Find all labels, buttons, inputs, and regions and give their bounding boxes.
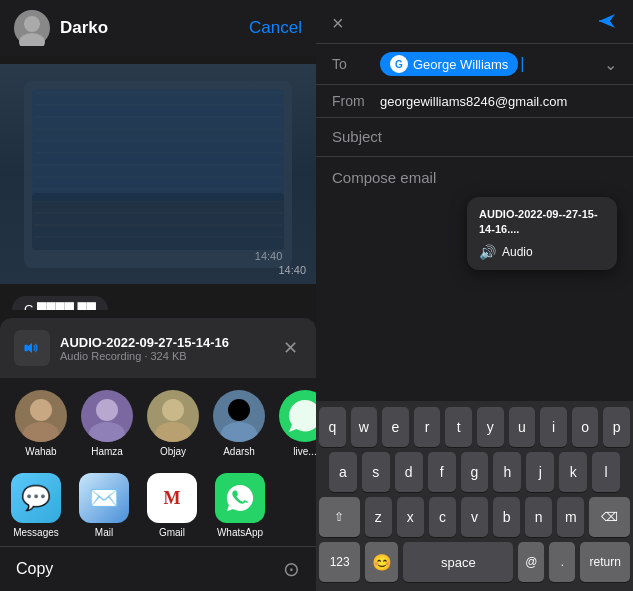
key-n[interactable]: n (525, 497, 552, 537)
svg-point-5 (96, 399, 118, 421)
whatsapp-app-label: WhatsApp (217, 527, 263, 538)
key-v[interactable]: v (461, 497, 488, 537)
key-i[interactable]: i (540, 407, 567, 447)
key-s[interactable]: s (362, 452, 390, 492)
at-key[interactable]: @ (518, 542, 544, 582)
key-t[interactable]: t (445, 407, 472, 447)
key-b[interactable]: b (493, 497, 520, 537)
key-u[interactable]: u (509, 407, 536, 447)
avatar (147, 390, 199, 442)
key-p[interactable]: p (603, 407, 630, 447)
period-key[interactable]: . (549, 542, 575, 582)
gmail-app-icon: M (147, 473, 197, 523)
received-bubble: C ████ ██ (12, 296, 108, 310)
key-g[interactable]: g (461, 452, 489, 492)
email-header: × (316, 0, 633, 44)
key-h[interactable]: h (493, 452, 521, 492)
whatsapp-app-icon (215, 473, 265, 523)
key-d[interactable]: d (395, 452, 423, 492)
audio-icon: 🔊 (479, 244, 496, 260)
key-z[interactable]: z (365, 497, 392, 537)
avatar (81, 390, 133, 442)
emoji-key[interactable]: 😊 (365, 542, 398, 582)
video-inner (24, 81, 293, 268)
avatar (213, 390, 265, 442)
attachment-type-label: Audio (502, 245, 533, 259)
video-thumbnail: 14:40 (0, 64, 316, 284)
chat-header: Darko Cancel (0, 0, 316, 56)
attachment-title: AUDIO-2022-09--27-15-14-16.... (479, 207, 605, 238)
to-cursor: | (520, 55, 524, 73)
key-r[interactable]: r (414, 407, 441, 447)
numbers-key[interactable]: 123 (319, 542, 360, 582)
keyboard-row-1: q w e r t y u i o p (319, 407, 630, 447)
gmail-app-label: Gmail (159, 527, 185, 538)
cancel-button[interactable]: Cancel (249, 18, 302, 38)
svg-point-7 (162, 399, 184, 421)
keyboard-row-3: ⇧ z x c v b n m ⌫ (319, 497, 630, 537)
svg-point-9 (228, 399, 250, 421)
more-icon[interactable]: ⊙ (283, 557, 300, 581)
key-f[interactable]: f (428, 452, 456, 492)
key-k[interactable]: k (559, 452, 587, 492)
list-item[interactable]: Wahab (12, 390, 70, 457)
svg-point-0 (24, 16, 40, 32)
to-label: To (332, 56, 372, 72)
svg-rect-2 (25, 345, 28, 352)
from-email: georgewilliams8246@gmail.com (380, 94, 567, 109)
whatsapp-app-item[interactable]: WhatsApp (208, 473, 272, 538)
key-j[interactable]: j (526, 452, 554, 492)
list-item[interactable]: live... (276, 390, 316, 457)
shift-key[interactable]: ⇧ (319, 497, 360, 537)
list-item[interactable]: Hamza (78, 390, 136, 457)
key-m[interactable]: m (557, 497, 584, 537)
svg-point-4 (23, 422, 59, 442)
email-to-row: To G George Williams | ⌄ (316, 44, 633, 85)
key-q[interactable]: q (319, 407, 346, 447)
copy-button[interactable]: Copy (16, 560, 283, 578)
email-subject-row[interactable]: Subject (316, 118, 633, 157)
video-timestamp: 14:40 (278, 264, 306, 276)
close-icon[interactable]: ✕ (279, 333, 302, 363)
audio-icon (14, 330, 50, 366)
key-w[interactable]: w (351, 407, 378, 447)
list-item[interactable]: Objay (144, 390, 202, 457)
list-item[interactable]: Adarsh (210, 390, 268, 457)
gmail-app-item[interactable]: M Gmail (140, 473, 204, 538)
key-y[interactable]: y (477, 407, 504, 447)
avatar (14, 10, 50, 46)
key-a[interactable]: a (329, 452, 357, 492)
keyboard-row-4: 123 😊 space @ . return (319, 542, 630, 582)
left-panel: Darko Cancel 14:40 C ████ ██ Okay 14:52 … (0, 0, 316, 591)
subject-placeholder: Subject (332, 128, 382, 145)
messages-app-item[interactable]: 💬 Messages (4, 473, 68, 538)
compose-placeholder: Compose email (332, 169, 436, 186)
key-c[interactable]: c (429, 497, 456, 537)
contact-label: Objay (160, 446, 186, 457)
key-e[interactable]: e (382, 407, 409, 447)
received-text: C ████ ██ (24, 302, 96, 310)
mail-app-icon: ✉️ (79, 473, 129, 523)
key-l[interactable]: l (592, 452, 620, 492)
recipient-chip[interactable]: G George Williams (380, 52, 518, 76)
key-x[interactable]: x (397, 497, 424, 537)
chevron-down-icon[interactable]: ⌄ (604, 55, 617, 74)
svg-point-3 (30, 399, 52, 421)
space-key[interactable]: space (403, 542, 513, 582)
app-icons-row: 💬 Messages ✉️ Mail M Gmail WhatsApp (0, 465, 316, 546)
received-message-row: C ████ ██ (0, 292, 316, 310)
mail-app-item[interactable]: ✉️ Mail (72, 473, 136, 538)
contact-label: Wahab (25, 446, 56, 457)
close-icon[interactable]: × (332, 12, 344, 35)
email-compose-area[interactable]: Compose email AUDIO-2022-09--27-15-14-16… (316, 157, 633, 401)
send-button[interactable] (597, 12, 617, 35)
keyboard: q w e r t y u i o p a s d f g h j k l ⇧ … (316, 401, 633, 591)
return-key[interactable]: return (580, 542, 630, 582)
bottom-action-row: Copy ⊙ (0, 546, 316, 591)
messages-app-icon: 💬 (11, 473, 61, 523)
svg-point-6 (89, 422, 125, 442)
key-o[interactable]: o (572, 407, 599, 447)
backspace-key[interactable]: ⌫ (589, 497, 630, 537)
contact-label: Hamza (91, 446, 123, 457)
audio-attachment-card[interactable]: AUDIO-2022-09-27-15-14-16 Audio Recordin… (0, 318, 316, 378)
